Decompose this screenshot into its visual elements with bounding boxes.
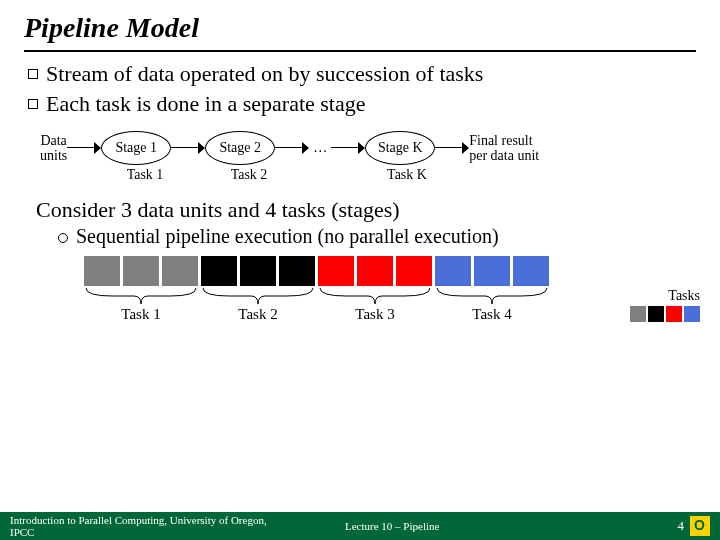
brace-icon	[435, 286, 549, 306]
bullet-3a: Sequential pipeline execution (no parall…	[58, 225, 696, 248]
page-number: 4	[678, 518, 685, 534]
footer-center: Lecture 10 – Pipeline	[285, 520, 620, 532]
timeline-task-labels: Task 1 Task 2 Task 3 Task 4	[84, 306, 696, 323]
arrow-icon	[67, 141, 101, 155]
timeline-task-4: Task 4	[435, 306, 549, 323]
bullet-3: Consider 3 data units and 4 tasks (stage…	[28, 197, 696, 223]
timeline-slot	[123, 256, 159, 286]
brace-icon	[84, 286, 198, 306]
footer-left: Introduction to Parallel Computing, Univ…	[10, 514, 285, 538]
slide-footer: Introduction to Parallel Computing, Univ…	[0, 512, 720, 540]
bullet-2-text: Each task is done in a separate stage	[46, 90, 365, 118]
arrow-icon	[171, 141, 205, 155]
slide: Pipeline Model Stream of data operated o…	[0, 0, 720, 500]
bullet-list: Stream of data operated on by succession…	[28, 60, 696, 117]
stage-k-node: Stage K	[365, 131, 435, 165]
bullet-1: Stream of data operated on by succession…	[28, 60, 696, 88]
task-1-label: Task 1	[110, 167, 180, 183]
legend-box-task2	[648, 306, 664, 322]
sequential-timeline	[84, 256, 696, 286]
footer-right: 4	[620, 516, 710, 536]
bullet-square-icon	[28, 69, 38, 79]
bullet-square-icon	[28, 99, 38, 109]
legend-box-task3	[666, 306, 682, 322]
pipeline-task-labels: Task 1 Task 2 Task K	[40, 167, 696, 183]
timeline-task-2: Task 2	[201, 306, 315, 323]
stage-2-node: Stage 2	[205, 131, 275, 165]
timeline-slot	[435, 256, 471, 286]
slide-title: Pipeline Model	[24, 12, 696, 52]
timeline-task-3: Task 3	[318, 306, 432, 323]
stage-1-node: Stage 1	[101, 131, 171, 165]
tasks-legend: Tasks	[630, 288, 700, 322]
task-2-label: Task 2	[214, 167, 284, 183]
timeline-slot	[318, 256, 354, 286]
timeline-slot	[240, 256, 276, 286]
timeline-slot	[396, 256, 432, 286]
bullet-1-text: Stream of data operated on by succession…	[46, 60, 483, 88]
diagram-input-label: Data units	[40, 133, 67, 164]
timeline-slot	[474, 256, 510, 286]
arrow-icon	[435, 141, 469, 155]
legend-title: Tasks	[630, 288, 700, 304]
timeline-slot	[513, 256, 549, 286]
legend-box-task4	[684, 306, 700, 322]
bullet-circle-icon	[58, 233, 68, 243]
timeline-slot	[162, 256, 198, 286]
uo-logo-icon	[690, 516, 710, 536]
brace-icon	[318, 286, 432, 306]
timeline-slot	[279, 256, 315, 286]
arrow-icon	[275, 141, 309, 155]
timeline-task-1: Task 1	[84, 306, 198, 323]
task-k-label: Task K	[372, 167, 442, 183]
timeline-slot	[357, 256, 393, 286]
timeline-slot	[84, 256, 120, 286]
bullet-3-text: Consider 3 data units and 4 tasks (stage…	[36, 197, 400, 223]
brace-icon	[201, 286, 315, 306]
ellipsis: …	[309, 140, 331, 156]
brace-row	[84, 286, 696, 306]
arrow-icon	[331, 141, 365, 155]
bullet-2: Each task is done in a separate stage	[28, 90, 696, 118]
bullet-3a-text: Sequential pipeline execution (no parall…	[76, 225, 499, 248]
timeline-slot	[201, 256, 237, 286]
pipeline-diagram: Data units Stage 1 Stage 2 … Stage K Fin…	[40, 131, 696, 165]
legend-box-task1	[630, 306, 646, 322]
diagram-output-label: Final result per data unit	[469, 133, 539, 164]
